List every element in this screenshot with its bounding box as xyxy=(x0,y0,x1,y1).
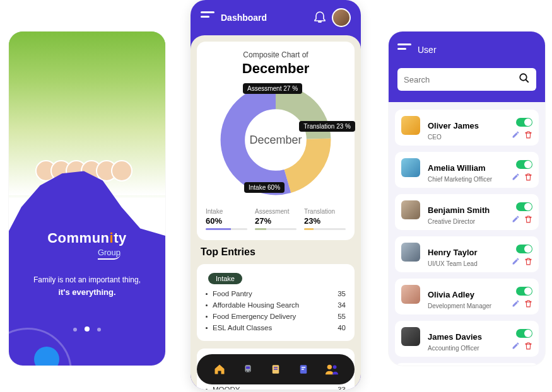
composite-chart-card: Composite Chart of December December Ass… xyxy=(197,42,355,240)
legend-value: 60% xyxy=(206,216,247,226)
dashboard-header: Dashboard xyxy=(191,0,361,35)
edit-icon[interactable] xyxy=(511,215,520,224)
user-role: UI/UX Team Lead xyxy=(428,260,505,267)
active-toggle[interactable] xyxy=(516,118,532,127)
edit-icon[interactable] xyxy=(511,173,520,182)
user-row[interactable]: Henry Taylor UI/UX Team Lead xyxy=(395,236,539,272)
entry-value: 33 xyxy=(338,386,346,389)
nav-note-icon[interactable] xyxy=(295,360,312,378)
user-name: Amelia William xyxy=(428,163,505,173)
svg-rect-14 xyxy=(302,369,304,370)
user-row[interactable]: Benjamin Smith Creative Director xyxy=(395,194,539,230)
svg-rect-6 xyxy=(246,367,250,369)
active-toggle[interactable] xyxy=(516,202,532,211)
nav-train-icon[interactable] xyxy=(239,360,257,378)
page-dot-active[interactable] xyxy=(85,326,90,331)
entry-row: Food Pantry35 xyxy=(206,288,346,299)
donut-center-label: December xyxy=(219,83,332,197)
onboarding-screen: Community Group Family is not an importa… xyxy=(9,32,165,366)
donut-chart: December Assessment 27 % Translation 23 … xyxy=(219,83,332,197)
user-role: Creative Director xyxy=(428,218,505,225)
entry-row: Affordable Housing Search34 xyxy=(206,299,346,311)
legend-item: Intake 60% xyxy=(206,208,247,230)
svg-rect-1 xyxy=(201,16,209,18)
menu-icon[interactable] xyxy=(201,11,214,24)
user-row[interactable]: James Davies Accounting Officer xyxy=(395,321,539,357)
delete-icon[interactable] xyxy=(524,342,532,350)
edit-icon[interactable] xyxy=(511,130,520,139)
avatar xyxy=(401,285,420,304)
entry-name: ESL Adult Classes xyxy=(213,324,338,331)
entry-name: Food Emergency Delivery xyxy=(213,313,338,320)
nav-home-icon[interactable] xyxy=(211,360,228,378)
edit-icon[interactable] xyxy=(511,257,520,266)
delete-icon[interactable] xyxy=(524,173,532,182)
legend-label: Intake xyxy=(206,208,247,215)
user-row[interactable]: Amelia William Chief Marketing Officer xyxy=(395,152,539,188)
menu-icon[interactable] xyxy=(397,43,411,56)
active-toggle[interactable] xyxy=(516,287,532,296)
page-title: User xyxy=(418,45,437,55)
avatar xyxy=(401,116,420,135)
entry-section: IntakeFood Pantry35Affordable Housing Se… xyxy=(197,264,355,341)
bell-icon[interactable] xyxy=(314,10,326,25)
user-row[interactable]: Oliver James CEO xyxy=(395,110,539,146)
active-toggle[interactable] xyxy=(516,160,532,169)
delete-icon[interactable] xyxy=(524,299,532,308)
page-dot[interactable] xyxy=(97,328,101,331)
search-icon[interactable] xyxy=(519,72,530,86)
svg-rect-0 xyxy=(201,11,214,13)
svg-rect-13 xyxy=(302,367,305,368)
nav-clipboard-icon[interactable] xyxy=(267,360,285,378)
search-input[interactable] xyxy=(404,75,519,84)
logo-text-end: ty xyxy=(114,230,127,246)
svg-point-16 xyxy=(332,365,336,369)
tagline-line1: Family is not an important thing, xyxy=(9,274,165,286)
legend-value: 23% xyxy=(304,216,346,226)
entry-value: 40 xyxy=(338,324,346,331)
svg-rect-11 xyxy=(274,369,278,370)
edit-icon[interactable] xyxy=(511,299,520,308)
legend-item: Assessment 27% xyxy=(255,208,297,230)
svg-point-19 xyxy=(520,74,527,81)
user-list: Oliver James CEO Amelia William Chief Ma… xyxy=(389,102,545,366)
user-row[interactable]: Olivia Adley Development Manager xyxy=(395,279,539,314)
page-title: Dashboard xyxy=(221,13,314,23)
legend-item: Translation 23% xyxy=(304,208,346,230)
legend-bar xyxy=(206,228,247,230)
delete-icon[interactable] xyxy=(524,257,532,266)
family-hero-image xyxy=(9,32,165,195)
page-indicator[interactable] xyxy=(9,323,165,334)
entry-row: MOODY33 xyxy=(206,384,346,389)
nav-users-icon[interactable] xyxy=(323,360,341,378)
tagline-line2: it's everything. xyxy=(9,286,165,299)
page-dot[interactable] xyxy=(73,328,77,331)
chart-legend: Intake 60% Assessment 27% Translation 23… xyxy=(206,208,346,230)
delete-icon[interactable] xyxy=(524,215,532,224)
legend-label: Assessment xyxy=(255,208,297,215)
user-name: Benjamin Smith xyxy=(428,205,505,215)
badge-assessment: Assessment 27 % xyxy=(243,83,302,94)
svg-point-15 xyxy=(327,365,331,369)
badge-intake: Intake 60% xyxy=(244,182,285,193)
chart-supertitle: Composite Chart of xyxy=(206,50,346,59)
avatar[interactable] xyxy=(332,8,351,27)
user-role: Development Manager xyxy=(428,303,505,309)
user-header: User xyxy=(389,32,545,102)
edit-icon[interactable] xyxy=(511,342,520,350)
active-toggle[interactable] xyxy=(516,245,532,253)
search-bar[interactable] xyxy=(397,68,536,91)
avatar xyxy=(401,243,420,262)
user-row[interactable]: Sophia Ames Area Manager xyxy=(395,363,539,366)
svg-point-8 xyxy=(249,371,250,372)
active-toggle[interactable] xyxy=(516,329,532,338)
legend-value: 27% xyxy=(255,216,297,226)
avatar xyxy=(401,200,420,219)
user-role: Chief Marketing Officer xyxy=(428,176,505,183)
entry-name: Food Pantry xyxy=(213,290,338,297)
svg-line-20 xyxy=(526,79,529,83)
delete-icon[interactable] xyxy=(524,130,532,139)
user-role: Accounting Officer xyxy=(428,345,505,352)
legend-bar xyxy=(304,228,346,230)
user-name: Olivia Adley xyxy=(428,290,505,299)
